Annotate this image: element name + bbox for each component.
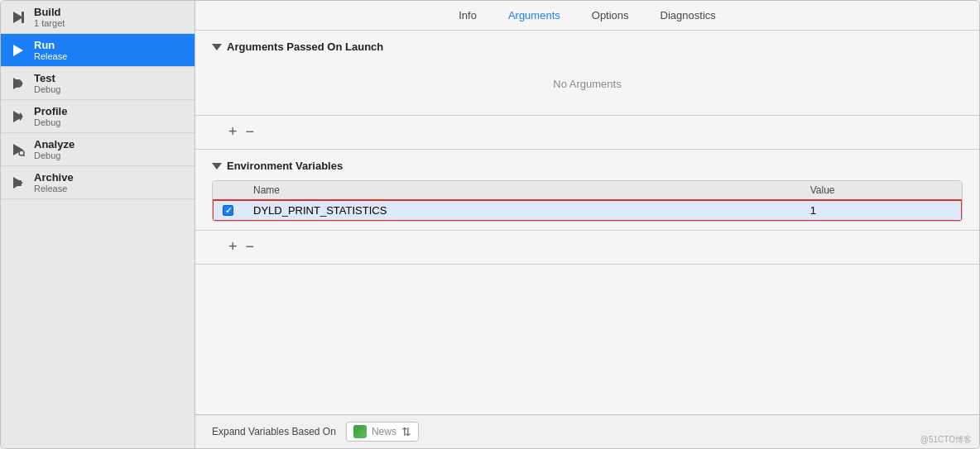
watermark: @51CTO博客 [920,434,972,446]
test-title: Test [34,72,60,84]
env-variables-section: Environment Variables Name Value [195,150,979,265]
table-row[interactable]: DYLD_PRINT_STATISTICS 1 [213,200,962,222]
expand-variables-dropdown[interactable]: News ⇅ [346,422,419,442]
run-title: Run [34,39,67,51]
analyze-title: Analyze [34,138,74,150]
build-title: Build [34,6,65,18]
arguments-header: Arguments Passed On Launch [212,41,963,53]
env-row-checkbox-cell [213,200,243,222]
main-content: Info Arguments Options Diagnostics Argum… [195,1,979,448]
sidebar-item-analyze[interactable]: Analyze Debug [1,133,195,166]
build-subtitle: 1 target [34,18,65,28]
add-argument-button[interactable]: + [228,124,238,139]
arguments-section: Arguments Passed On Launch No Arguments … [195,31,979,150]
env-table-wrapper: Name Value DYLD_PRINT_STATISTICS 1 [212,180,963,222]
archive-subtitle: Release [34,184,74,193]
app-icon [353,425,367,438]
env-triangle[interactable] [212,163,222,170]
env-col-name: Name [243,181,800,200]
env-header: Environment Variables [212,160,963,172]
sidebar-item-test[interactable]: Test Debug [1,67,195,100]
footer: Expand Variables Based On News ⇅ [195,414,979,448]
add-env-button[interactable]: + [228,239,238,254]
env-title: Environment Variables [227,160,343,172]
run-icon [9,41,27,60]
env-col-value: Value [800,181,962,200]
archive-title: Archive [34,171,74,184]
sidebar-item-run[interactable]: Run Release [1,34,195,67]
no-arguments-text: No Arguments [212,61,963,107]
env-table: Name Value DYLD_PRINT_STATISTICS 1 [213,181,962,221]
arguments-title: Arguments Passed On Launch [227,41,383,53]
run-subtitle: Release [34,51,67,61]
tab-info[interactable]: Info [455,7,480,23]
svg-line-8 [23,155,25,156]
svg-rect-10 [17,180,22,186]
svg-marker-2 [13,45,23,56]
analyze-icon [9,141,27,159]
env-checkbox[interactable] [223,205,233,216]
remove-env-button[interactable]: − [246,239,255,254]
profile-icon [9,107,27,126]
env-table-header: Name Value [213,181,962,200]
sidebar-item-archive[interactable]: Archive Release [1,166,195,199]
sidebar: Build 1 target Run Release [1,1,195,448]
profile-subtitle: Debug [34,117,67,127]
sidebar-item-profile[interactable]: Profile Debug [1,100,195,133]
arguments-triangle[interactable] [212,44,222,50]
tab-options[interactable]: Options [588,7,632,23]
footer-label: Expand Variables Based On [212,426,336,437]
dropdown-stepper-icon: ⇅ [401,425,411,438]
sidebar-item-build[interactable]: Build 1 target [1,1,195,34]
build-icon [9,8,27,26]
app-name-text: News [372,426,396,437]
arguments-btn-row: + − [212,124,963,139]
remove-argument-button[interactable]: − [246,124,255,139]
test-icon [9,74,27,93]
env-row-value: 1 [800,200,962,222]
env-col-check [213,181,243,200]
tab-bar: Info Arguments Options Diagnostics [195,1,979,31]
svg-rect-1 [22,12,24,23]
svg-marker-6 [13,144,23,155]
content-body: Arguments Passed On Launch No Arguments … [195,31,979,414]
archive-icon [9,174,27,192]
env-btn-row: + − [212,239,963,254]
tab-arguments[interactable]: Arguments [505,7,564,23]
profile-title: Profile [34,105,67,117]
test-subtitle: Debug [34,84,60,94]
tab-diagnostics[interactable]: Diagnostics [657,7,719,23]
analyze-subtitle: Debug [34,150,74,160]
env-row-name: DYLD_PRINT_STATISTICS [243,200,800,222]
